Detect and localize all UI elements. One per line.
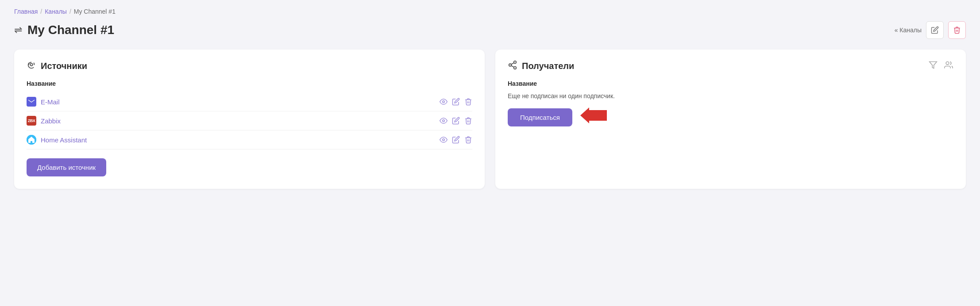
view-email-source-button[interactable] [440, 98, 448, 106]
source-label-zabbix: Zabbix [41, 117, 61, 125]
sources-card-header: Источники [27, 60, 472, 72]
edit-icon [931, 26, 939, 34]
breadcrumb-home[interactable]: Главная [14, 8, 38, 15]
view-ha-source-button[interactable] [440, 136, 448, 144]
breadcrumb-current: My Channel #1 [74, 8, 116, 15]
source-label-ha: Home Assistant [41, 136, 87, 144]
svg-marker-13 [580, 107, 607, 123]
users-icon[interactable] [944, 61, 953, 72]
page-header: ⇌ My Channel #1 « Каналы [14, 21, 966, 39]
view-zabbix-source-button[interactable] [440, 117, 448, 125]
cards-row: Источники Название E-Mail [14, 50, 966, 189]
ha-source-icon [27, 135, 36, 145]
sources-card: Источники Название E-Mail [14, 50, 485, 189]
zabbix-source-icon: ZBX [27, 116, 36, 126]
edit-ha-source-button[interactable] [452, 136, 460, 144]
sources-col-name: Название [27, 80, 472, 88]
trash-icon [953, 26, 961, 34]
edit-zabbix-source-button[interactable] [452, 117, 460, 125]
breadcrumb: Главная / Каналы / My Channel #1 [14, 8, 966, 15]
svg-line-9 [511, 65, 514, 67]
recipients-card-header: Получатели [508, 60, 953, 72]
podcast-icon [27, 60, 36, 72]
delete-zabbix-source-button[interactable] [464, 117, 472, 125]
recipients-col-name: Название [508, 80, 953, 88]
back-to-channels-link[interactable]: « Каналы [895, 27, 922, 34]
header-actions: « Каналы [895, 21, 966, 39]
edit-channel-button[interactable] [926, 21, 944, 39]
source-zabbix-actions [440, 117, 472, 125]
add-source-button[interactable]: Добавить источник [27, 158, 106, 176]
svg-rect-1 [28, 99, 35, 104]
svg-point-6 [514, 61, 517, 64]
svg-point-3 [443, 120, 445, 122]
source-name-ha: Home Assistant [27, 135, 87, 145]
filter-icon[interactable] [929, 61, 938, 72]
channel-icon: ⇌ [14, 24, 22, 36]
svg-point-8 [514, 67, 517, 69]
recipients-header-actions [929, 61, 953, 72]
delete-channel-button[interactable] [948, 21, 966, 39]
recipients-card-title: Получатели [522, 61, 574, 71]
delete-ha-source-button[interactable] [464, 136, 472, 144]
edit-email-source-button[interactable] [452, 98, 460, 106]
svg-line-10 [511, 63, 514, 65]
svg-marker-11 [930, 62, 937, 69]
source-name-email: E-Mail [27, 97, 60, 107]
subscribe-area: Подписаться [508, 107, 953, 127]
breadcrumb-channels[interactable]: Каналы [45, 8, 67, 15]
svg-point-7 [509, 64, 512, 66]
table-row: E-Mail [27, 92, 472, 111]
sources-card-title: Источники [41, 61, 87, 71]
table-row: ZBX Zabbix [27, 111, 472, 130]
no-subscribers-text: Еще не подписан ни один подписчик. [508, 92, 953, 99]
delete-email-source-button[interactable] [464, 98, 472, 106]
recipients-card: Получатели Название Еще не п [495, 50, 966, 189]
source-name-zabbix: ZBX Zabbix [27, 116, 61, 126]
breadcrumb-sep1: / [40, 8, 42, 15]
svg-point-12 [946, 62, 949, 65]
svg-point-0 [30, 63, 33, 66]
breadcrumb-sep2: / [69, 8, 71, 15]
share-icon [508, 60, 517, 72]
source-label-email: E-Mail [41, 98, 60, 106]
svg-point-2 [443, 101, 445, 103]
page-title: My Channel #1 [27, 23, 114, 37]
source-ha-actions [440, 136, 472, 144]
arrow-pointing-left-icon [580, 107, 607, 127]
source-email-actions [440, 98, 472, 106]
subscribe-button[interactable]: Подписаться [508, 108, 572, 126]
email-source-icon [27, 97, 36, 107]
svg-point-5 [443, 139, 445, 141]
table-row: Home Assistant [27, 130, 472, 149]
